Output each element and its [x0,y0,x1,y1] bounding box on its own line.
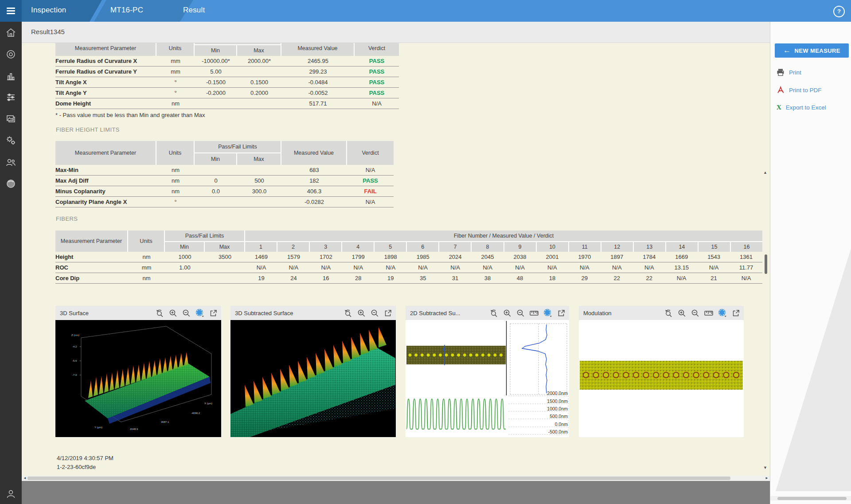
zoom-reset-icon[interactable] [156,309,164,317]
measure-ruler-icon[interactable] [530,310,539,316]
zoom-in-icon[interactable] [357,309,366,317]
home-icon[interactable] [5,27,16,38]
gallery-icon[interactable] [5,113,16,124]
table-row: Coplanarity Plane Angle X°-0.0282N/A [55,197,394,207]
section-title-fibers: FIBERS [56,215,78,222]
new-measure-button[interactable]: ← NEW MEASURE [775,43,849,58]
col-header-fiber-number: Fiber Number / Measured Value / Verdict [245,231,762,241]
menu-button[interactable] [0,0,22,22]
zoom-in-icon[interactable] [503,309,511,317]
col-header-max: Max [237,153,281,165]
hamburger-icon [7,10,15,12]
param-cell: Tilt Angle X [55,79,156,86]
fiber-number-cell: 12 [601,242,633,252]
horizontal-scrollbar[interactable]: ◄ ► [22,476,770,481]
scale-label: 500.0nm [550,414,568,419]
new-measure-label: NEW MEASURE [795,47,840,54]
scroll-right-arrow[interactable]: ► [765,476,769,480]
scroll-up-arrow[interactable]: ▲ [763,170,767,175]
zoom-reset-icon[interactable] [490,309,498,317]
fiber-value-cell: 11.77 [730,264,762,271]
fiber-number-cell: 13 [634,242,665,252]
fiber-value-cell: 13.15 [665,264,698,271]
tab-mt16pc-label[interactable]: MT16-PC [110,6,143,15]
chart-icon[interactable] [5,70,16,82]
open-external-icon[interactable] [732,309,740,317]
fiber-value-cell: N/A [698,264,730,271]
panel-header: 2D Subtracted Su... [406,306,569,320]
sliders-icon[interactable] [5,92,16,103]
export-to-excel-button[interactable]: X Export to Excel [777,104,826,111]
param-cell: Height [55,254,128,260]
user-profile-icon[interactable] [5,488,16,500]
sphere-icon[interactable] [5,178,16,189]
horizontal-scrollbar-thumb[interactable] [27,477,730,480]
help-icon[interactable]: ? [833,6,845,17]
zoom-reset-icon[interactable] [664,309,673,317]
units-cell: nm [156,100,195,107]
param-cell: Ferrule Radius of Curvature Y [55,68,156,75]
zoom-in-icon[interactable] [169,309,177,317]
zoom-reset-icon[interactable] [344,309,352,317]
measure-ruler-icon[interactable] [704,310,713,316]
measured-cell: 683 [281,167,347,173]
col-header-units: Units [128,231,164,252]
panel-2d-subtracted-surface: 2D Subtracted Su... [406,306,569,437]
fiber-number-cell: 6 [407,242,438,252]
fiber-value-cell: N/A [730,275,762,281]
profile-2d-image[interactable]: 2000.0nm 1500.0nm 1000.0nm 500.0nm 0.0nm… [406,320,569,437]
fiber-number-cell: 3 [310,242,341,252]
measured-cell: -0.0282 [281,199,347,205]
table-row: Core Dipnm 19241628193531384818292222N/A… [55,273,762,284]
sidebar-scrollbar-thumb[interactable] [777,497,847,500]
select-region-icon[interactable] [543,309,552,317]
print-button[interactable]: Print [777,68,801,76]
panel-title: 3D Surface [60,310,156,316]
fiber-value-cell: 1469 [245,254,277,260]
fiber-value-cell: 29 [568,275,601,281]
gears-icon[interactable] [5,135,16,146]
fiber-value-cell: 1970 [568,254,601,260]
modulation-image[interactable] [579,320,744,437]
fiber-number-cell: 4 [342,242,374,252]
zoom-in-icon[interactable] [678,309,686,317]
panel-header: 3D Subtracted Surface [230,306,396,320]
select-region-icon[interactable] [195,309,204,317]
svg-text:3687.1: 3687.1 [161,421,169,423]
fiber-value-cell: 38 [472,275,504,281]
max-cell: 500 [237,177,281,184]
open-external-icon[interactable] [209,309,218,317]
fiber-number-cell: 2 [277,242,309,252]
svg-text:-5.6: -5.6 [72,359,77,362]
svg-text:X (µm): X (µm) [204,402,212,405]
fiber-value-cell: 24 [277,275,310,281]
select-region-icon[interactable] [718,309,727,317]
fiber-value-cell: 1702 [310,254,342,260]
table-row: Minus Coplanaritynm0.0300.0406.3FAIL [55,186,394,197]
vertical-scrollbar-thumb[interactable] [765,254,767,274]
sidebar-horizontal-scrollbar[interactable] [770,496,851,500]
zoom-out-icon[interactable] [516,309,525,317]
param-cell: Dome Height [55,100,156,107]
min-cell: 1000 [165,254,205,260]
scroll-left-arrow[interactable]: ◄ [23,476,27,480]
open-external-icon[interactable] [384,309,392,317]
open-external-icon[interactable] [557,309,566,317]
tab-result-label[interactable]: Result [183,6,205,15]
surface-3d-image[interactable]: Z (nm) -4.2 -5.6 -7.0 2048.9 3687.1 -409… [55,320,221,437]
fiber-number-cell: 7 [439,242,471,252]
target-icon[interactable] [5,49,16,60]
zoom-out-icon[interactable] [691,309,699,317]
subtracted-surface-3d-image[interactable] [230,320,396,437]
tab-inspection-label[interactable]: Inspection [31,6,66,15]
excel-icon: X [777,104,781,111]
zoom-out-icon[interactable] [182,309,191,317]
verdict-cell: FAIL [347,188,394,195]
users-icon[interactable] [5,157,16,168]
col-header-min: Min [195,45,236,56]
print-to-pdf-button[interactable]: Print to PDF [777,86,822,94]
measured-cell: 406.3 [281,188,347,195]
zoom-out-icon[interactable] [371,309,379,317]
scroll-down-arrow[interactable]: ▼ [763,465,767,470]
hamburger-icon [7,8,15,9]
